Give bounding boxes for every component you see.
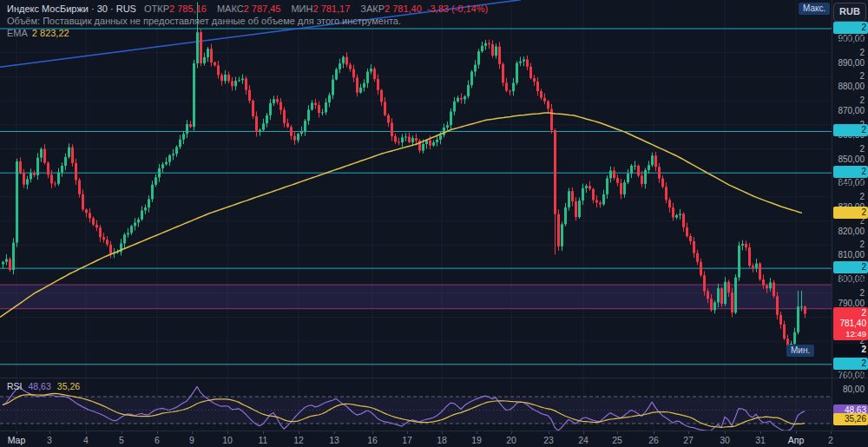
price-tick-label: 2 790,00	[832, 288, 865, 299]
candle-body	[262, 123, 265, 129]
rsi-pane[interactable]	[0, 378, 832, 431]
pane-separator[interactable]	[0, 378, 868, 378]
currency-button[interactable]: RUB	[833, 3, 866, 22]
candle-body	[9, 259, 11, 270]
price-label-chip[interactable]: 2 857,23	[833, 124, 868, 136]
candle-body	[644, 170, 647, 184]
candle-body	[342, 57, 345, 64]
price-label-chip[interactable]: 35,26	[833, 413, 868, 425]
time-axis-label[interactable]: Апр	[788, 435, 805, 445]
time-axis-label[interactable]: 5	[119, 435, 124, 445]
candle-body	[571, 191, 574, 201]
time-axis-label[interactable]: 18	[437, 435, 447, 445]
time-axis-label[interactable]: 17	[402, 435, 412, 445]
time-axis-label[interactable]: 30	[720, 435, 730, 445]
ema-value: 2 823,22	[32, 28, 69, 38]
time-axis-label[interactable]: 6	[155, 435, 160, 445]
candle-body	[255, 116, 258, 132]
candle-body	[370, 69, 372, 71]
time-axis-label[interactable]: 23	[543, 435, 554, 445]
candle-body	[373, 69, 376, 79]
pane-separator[interactable]	[0, 431, 868, 431]
time-axis-label[interactable]: 9	[189, 435, 194, 445]
candle-body	[599, 202, 602, 204]
candle-body	[224, 75, 227, 81]
time-axis-label[interactable]: 16	[367, 435, 378, 445]
candle-body	[481, 46, 483, 51]
candle-body	[637, 166, 640, 175]
candle-body	[234, 81, 237, 86]
candle-body	[43, 149, 46, 163]
rsi-chart[interactable]	[0, 378, 832, 431]
time-axis-label[interactable]: 25	[612, 435, 622, 445]
candle-body	[672, 207, 674, 217]
price-tick-label: 2 880,00	[832, 71, 865, 82]
candle-body	[700, 262, 702, 275]
candle-body	[68, 148, 70, 157]
price-label-chip[interactable]: 2 800,32	[833, 261, 868, 273]
candle-body	[245, 79, 247, 90]
time-axis-label[interactable]: Мар	[8, 435, 26, 445]
time-tick	[549, 431, 549, 434]
candle-body	[137, 220, 140, 223]
candle-body	[384, 102, 386, 115]
legend-row-ema[interactable]: EMA2 823,22	[7, 27, 493, 39]
candle-body	[554, 130, 556, 214]
interval-label[interactable]: 30	[97, 3, 108, 14]
time-tick	[407, 431, 408, 434]
rsi-legend[interactable]: RSI48,6335,26	[7, 381, 80, 391]
price-label-chip[interactable]: 2 760,37	[833, 358, 868, 370]
candle-body	[203, 57, 206, 63]
candle-body	[325, 102, 327, 112]
time-axis-label[interactable]: 20	[506, 435, 516, 445]
candle-body	[675, 215, 678, 218]
price-label-chip[interactable]: 2 781,4012:49	[833, 307, 868, 340]
candle-body	[377, 79, 379, 90]
candle-body	[696, 253, 699, 262]
price-axis[interactable]: RUB 2 900,002 890,002 880,002 870,002 86…	[832, 0, 868, 431]
time-axis-label[interactable]: 19	[471, 435, 482, 445]
candle-body	[220, 76, 223, 82]
time-axis-label[interactable]: 4	[83, 435, 89, 445]
time-tick	[334, 431, 335, 434]
symbol-legend[interactable]: Индекс МосБиржи · 30 · RUS ОТКР2 785,16М…	[7, 3, 493, 39]
time-axis[interactable]: Мар3456910111213161718192023242526273031…	[0, 431, 868, 447]
time-tick	[227, 431, 228, 434]
candle-body	[800, 306, 803, 307]
candle-body	[134, 222, 136, 226]
time-axis-label[interactable]: 2	[828, 435, 833, 445]
candle-body	[352, 69, 355, 78]
price-tick-label: 2 810,00	[832, 240, 865, 250]
candle-body	[332, 80, 334, 95]
time-axis-label[interactable]: 24	[578, 435, 589, 445]
candle-body	[151, 185, 154, 200]
time-axis-label[interactable]: 12	[293, 435, 304, 445]
price-label-chip[interactable]: 2 900,00	[833, 22, 868, 34]
time-axis-label[interactable]: 11	[259, 435, 268, 445]
candle-body	[36, 158, 39, 175]
time-axis-label[interactable]: 10	[222, 435, 233, 445]
time-axis-label[interactable]: 27	[683, 435, 694, 445]
candle-body	[401, 137, 404, 142]
price-label-chip[interactable]: 2 765,99	[833, 344, 868, 356]
price-label-chip[interactable]: 2 840,00	[833, 166, 868, 178]
candle-body	[776, 296, 779, 315]
candle-body	[713, 302, 716, 310]
candle-body	[40, 149, 43, 158]
candlestick-chart[interactable]	[0, 0, 832, 378]
time-axis-label[interactable]: 3	[47, 435, 52, 445]
price-label-chip[interactable]: 2 823,22	[833, 207, 868, 219]
candle-body	[26, 179, 29, 184]
time-axis-label[interactable]: 26	[648, 435, 659, 445]
time-axis-label[interactable]: 13	[329, 435, 339, 445]
price-tick-label: 2 890,00	[832, 48, 865, 58]
candle-body	[470, 72, 473, 86]
time-tick	[511, 431, 512, 434]
candle-body	[717, 288, 720, 302]
price-pane[interactable]	[0, 0, 832, 378]
rsi-band	[0, 397, 832, 424]
time-axis-label[interactable]: 31	[755, 435, 766, 445]
symbol-title[interactable]: Индекс МосБиржи	[7, 3, 89, 14]
rsi-value: 48,63	[29, 381, 51, 391]
time-tick	[831, 431, 832, 434]
